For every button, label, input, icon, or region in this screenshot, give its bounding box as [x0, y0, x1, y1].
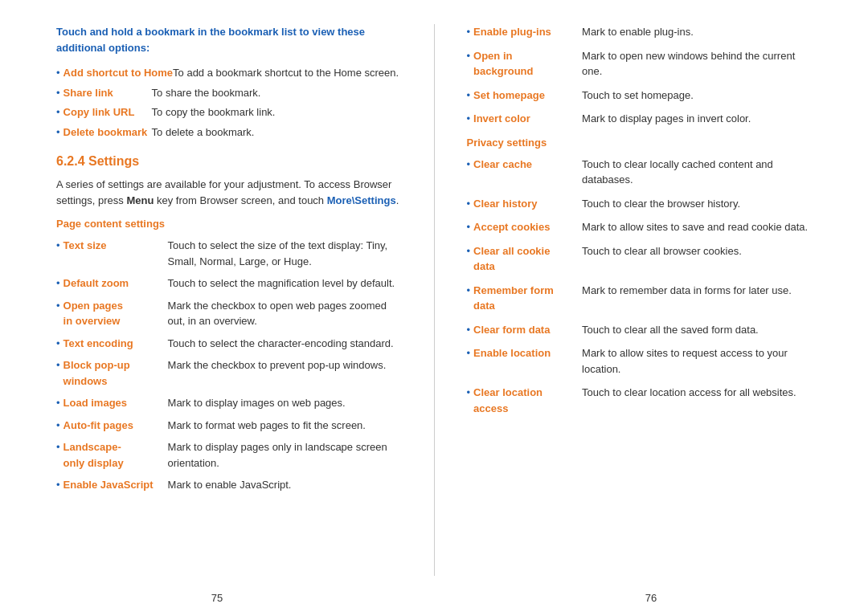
bullet-icon: • [56, 85, 60, 101]
bookmark-item: • Add shortcut to Home To add a bookmark… [56, 65, 402, 81]
privacy-item: • Clear history Touch to clear the brows… [467, 196, 813, 212]
settings-label: Auto-fit pages [63, 418, 168, 434]
settings-item: • Block pop-upwindows Mark the checkbox … [56, 357, 402, 389]
bullet-icon: • [467, 48, 471, 64]
privacy-desc: Mark to remember data in forms for later… [582, 283, 812, 299]
bullet-icon: • [56, 395, 60, 411]
settings-label: Block pop-upwindows [63, 357, 168, 389]
right-label: Enable plug-ins [473, 24, 582, 40]
right-privacy-items: • Clear cache Touch to clear locally cac… [467, 157, 813, 417]
bookmark-label: Share link [63, 85, 152, 101]
bullet-icon: • [467, 219, 471, 235]
settings-label: Text encoding [63, 336, 168, 352]
bullet-icon: • [56, 275, 60, 292]
privacy-label: Remember formdata [473, 283, 582, 314]
right-top-item: • Invert color Mark to display pages in … [467, 111, 813, 127]
bullet-icon: • [56, 65, 60, 81]
right-label: Set homepage [473, 88, 582, 104]
right-top-item: • Open inbackground Mark to open new win… [467, 48, 813, 80]
bookmark-item: • Delete bookmark To delete a bookmark. [56, 124, 402, 141]
bullet-icon: • [56, 238, 60, 254]
settings-desc: Mark to enable JavaScript. [168, 477, 402, 493]
settings-item: • Open pagesin overview Mark the checkbo… [56, 298, 402, 329]
settings-item: • Text encoding Touch to select the char… [56, 336, 402, 352]
right-desc: Mark to enable plug-ins. [582, 24, 812, 40]
bookmark-item: • Copy link URL To copy the bookmark lin… [56, 104, 402, 120]
bookmark-desc: To share the bookmark. [152, 85, 402, 101]
settings-item: • Text size Touch to select the size of … [56, 238, 402, 269]
settings-label: Open pagesin overview [63, 298, 168, 329]
settings-item: • Enable JavaScript Mark to enable JavaS… [56, 477, 402, 493]
bullet-icon: • [467, 111, 471, 127]
settings-item: • Load images Mark to display images on … [56, 395, 402, 411]
settings-desc: Touch to select the size of the text dis… [168, 238, 402, 269]
bullet-icon: • [467, 24, 471, 40]
privacy-item: • Clear locationaccess Touch to clear lo… [467, 385, 813, 416]
privacy-desc: Mark to allow sites to save and read coo… [582, 219, 812, 235]
privacy-item: • Clear cache Touch to clear locally cac… [467, 157, 813, 188]
privacy-desc: Touch to clear location access for all w… [582, 385, 812, 401]
settings-label: Text size [63, 238, 168, 254]
settings-desc: Mark to display pages only in landscape … [168, 439, 402, 471]
bookmark-options-list: • Add shortcut to Home To add a bookmark… [56, 65, 402, 140]
bullet-icon: • [56, 124, 60, 141]
bookmark-label: Delete bookmark [63, 124, 152, 141]
right-desc: Mark to display pages in invert color. [582, 111, 812, 127]
settings-desc: Mark the checkbox to open web pages zoom… [168, 298, 402, 329]
settings-label: Load images [63, 395, 168, 411]
privacy-desc: Touch to clear locally cached content an… [582, 157, 812, 188]
right-top-item: • Set homepage Touch to set homepage. [467, 88, 813, 104]
section-title: 6.2.4 Settings [56, 154, 402, 169]
bullet-icon: • [467, 196, 471, 212]
right-label: Invert color [473, 111, 582, 127]
bullet-icon: • [56, 298, 60, 314]
settings-item: • Default zoom Touch to select the magni… [56, 275, 402, 292]
settings-item: • Auto-fit pages Mark to format web page… [56, 418, 402, 434]
settings-label: Enable JavaScript [63, 477, 168, 493]
right-page: • Enable plug-ins Mark to enable plug-in… [443, 24, 837, 576]
privacy-item: • Clear all cookiedata Touch to clear al… [467, 243, 813, 275]
right-top-item: • Enable plug-ins Mark to enable plug-in… [467, 24, 813, 40]
intro-bold-text: Touch and hold a bookmark in the bookmar… [56, 24, 402, 55]
privacy-desc: Touch to clear all the saved form data. [582, 322, 812, 338]
bullet-icon: • [467, 385, 471, 401]
privacy-label: Clear all cookiedata [473, 243, 582, 275]
privacy-label: Accept cookies [473, 219, 582, 235]
privacy-desc: Touch to clear all browser cookies. [582, 243, 812, 259]
bullet-icon: • [56, 477, 60, 493]
bullet-icon: • [467, 345, 471, 361]
bookmark-desc: To add a bookmark shortcut to the Home s… [173, 65, 401, 81]
settings-desc: Mark to format web pages to fit the scre… [168, 418, 402, 434]
bullet-icon: • [467, 157, 471, 173]
privacy-label: Clear history [473, 196, 582, 212]
page-content-title: Page content settings [56, 218, 402, 230]
privacy-label: Clear form data [473, 322, 582, 338]
privacy-label: Clear cache [473, 157, 582, 173]
left-settings-list: • Text size Touch to select the size of … [56, 238, 402, 493]
bookmark-label: Add shortcut to Home [63, 65, 174, 81]
bullet-icon: • [56, 104, 60, 120]
bookmark-label: Copy link URL [63, 104, 152, 120]
privacy-item: • Remember formdata Mark to remember dat… [467, 283, 813, 314]
page-number-left: 75 [0, 592, 434, 616]
privacy-title: Privacy settings [467, 137, 813, 149]
privacy-item: • Clear form data Touch to clear all the… [467, 322, 813, 338]
bullet-icon: • [467, 243, 471, 259]
privacy-label: Enable location [473, 345, 582, 361]
privacy-desc: Mark to allow sites to request access to… [582, 345, 812, 377]
privacy-desc: Touch to clear the browser history. [582, 196, 812, 212]
bullet-icon: • [56, 357, 60, 373]
bookmark-desc: To copy the bookmark link. [152, 104, 402, 120]
privacy-item: • Enable location Mark to allow sites to… [467, 345, 813, 377]
left-page: Touch and hold a bookmark in the bookmar… [32, 24, 426, 576]
bullet-icon: • [56, 439, 60, 455]
settings-item: • Landscape-only display Mark to display… [56, 439, 402, 471]
right-top-items: • Enable plug-ins Mark to enable plug-in… [467, 24, 813, 127]
settings-desc: Mark the checkbox to prevent pop-up wind… [168, 357, 402, 373]
bullet-icon: • [56, 336, 60, 352]
page-number-right: 76 [434, 592, 868, 616]
privacy-item: • Accept cookies Mark to allow sites to … [467, 219, 813, 235]
privacy-label: Clear locationaccess [473, 385, 582, 416]
settings-desc: Mark to display images on web pages. [168, 395, 402, 411]
bookmark-desc: To delete a bookmark. [152, 124, 402, 141]
